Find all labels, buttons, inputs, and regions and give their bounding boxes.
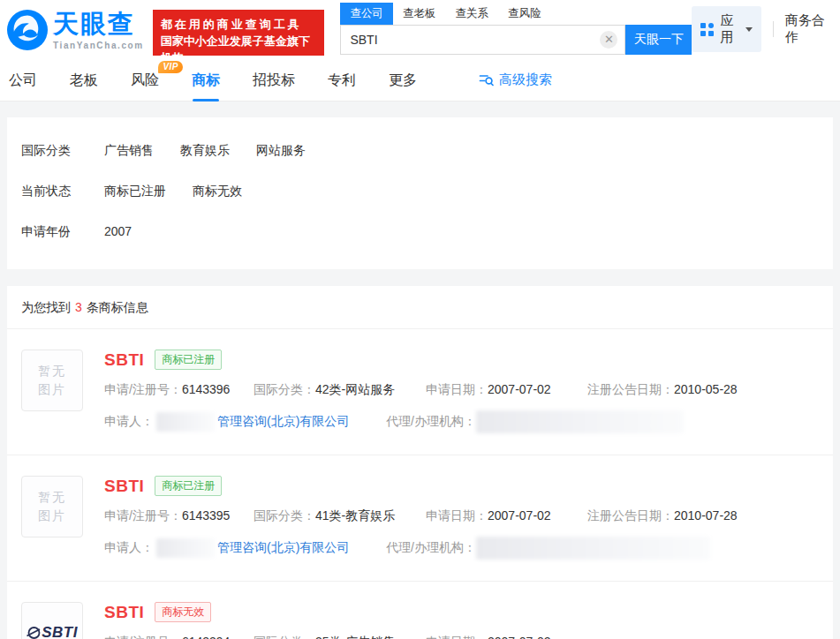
filter-option[interactable]: 商标无效 [193,184,242,199]
summary-count: 3 [75,300,82,314]
sbti-logo: SBTI [26,624,78,639]
results-summary: 为您找到3条商标信息 [7,286,833,329]
nav-item-company[interactable]: 公司 [9,58,37,101]
trademark-result-row: SBTI SBTI 商标无效 申请/注册号：6143394 国际分类：35类-广… [7,582,833,639]
filter-option[interactable]: 网站服务 [256,143,306,159]
filter-label: 当前状态 [21,184,104,199]
nav-item-patent[interactable]: 专利 [328,58,356,101]
apply-date-value: 2007-07-02 [488,382,551,396]
tianyancha-eye-icon [7,10,48,58]
nav-item-risk-label: 风险 [131,72,159,87]
search-tab-boss[interactable]: 查老板 [393,3,446,25]
apply-date-value: 2007-07-02 [488,508,551,522]
reg-no-label: 申请/注册号： [104,508,182,522]
apps-grid-icon [700,23,714,36]
search-tab-relation[interactable]: 查关系 [445,3,498,25]
agency-label: 代理/办理机构： [386,540,476,556]
summary-prefix: 为您找到 [21,300,71,314]
status-badge: 商标已注册 [155,350,222,370]
trademark-result-row: 暂无图片 SBTI 商标已注册 申请/注册号：6143395 国际分类：41类-… [7,455,833,582]
filter-option[interactable]: 广告销售 [104,143,154,159]
search-tabs: 查公司 查老板 查关系 查风险 [340,3,692,25]
applicant-company-link[interactable]: 管理咨询(北京)有限公司 [217,540,349,556]
intl-class-label: 国际分类： [254,508,315,522]
status-badge: 商标已注册 [155,476,222,496]
divider [773,21,774,37]
search-button[interactable]: 天眼一下 [625,25,692,55]
intl-class-value: 35类-广告销售 [315,635,395,639]
redacted-applicant-block [156,538,215,558]
reg-no-label: 申请/注册号： [104,635,182,639]
vip-badge: VIP [158,61,183,73]
agency-label: 代理/办理机构： [386,414,476,430]
trademark-name-link[interactable]: SBTI [104,350,144,370]
trademark-image-placeholder: 暂无图片 [21,476,83,538]
trademark-name-link[interactable]: SBTI [104,603,144,622]
filter-option[interactable]: 教育娱乐 [180,143,230,159]
intl-class-label: 国际分类： [254,635,315,639]
filter-row-year: 申请年份 2007 [21,224,819,240]
filter-row-intl-class: 国际分类 广告销售 教育娱乐 网站服务 [21,143,819,159]
sbti-logo-text: SBTI [42,624,78,639]
category-nav: 公司 老板 风险 VIP 商标 招投标 专利 更多 高级搜索 [0,58,840,101]
filter-row-status: 当前状态 商标已注册 商标无效 [21,184,819,199]
chevron-down-icon [745,27,753,32]
apps-label: 应用 [720,12,738,46]
promo-banner-line1: 都在用的商业查询工具 [161,16,317,33]
redacted-agency-block [476,537,710,560]
filter-option[interactable]: 2007 [104,224,132,240]
apply-date-label: 申请日期： [426,508,488,522]
logo-title: 天眼查 [53,10,144,38]
logo-domain: TianYanCha.com [53,41,144,50]
applicant-label: 申请人： [104,414,154,430]
filter-label: 国际分类 [21,143,104,159]
search-tab-company[interactable]: 查公司 [340,3,393,25]
nav-item-trademark[interactable]: 商标 [192,58,220,101]
summary-suffix: 条商标信息 [87,300,148,314]
filter-label: 申请年份 [21,224,104,240]
announce-date-label: 注册公告日期： [587,382,674,396]
announce-date-value: 2010-07-28 [674,508,738,522]
filter-option[interactable]: 商标已注册 [104,184,166,199]
advanced-search-button[interactable]: 高级搜索 [479,71,552,88]
search-area: 查公司 查老板 查关系 查风险 ✕ 天眼一下 [340,3,692,58]
header-right: 应用 商务合作 [692,0,833,58]
reg-no-label: 申请/注册号： [104,382,182,396]
search-tab-risk[interactable]: 查风险 [498,3,551,25]
intl-class-value: 42类-网站服务 [315,382,395,396]
business-cooperation-link[interactable]: 商务合作 [785,12,831,46]
results-panel: 为您找到3条商标信息 暂无图片 SBTI 商标已注册 申请/注册号：614339… [7,286,833,639]
redacted-agency-block [476,410,684,433]
tianyancha-logo[interactable]: 天眼查 TianYanCha.com [7,10,144,58]
header: 天眼查 TianYanCha.com 都在用的商业查询工具 国家中小企业发展子基… [0,0,840,58]
announce-date-value: 2010-05-28 [674,382,738,396]
applicant-company-link[interactable]: 管理咨询(北京)有限公司 [217,414,349,430]
trademark-image-placeholder: 暂无图片 [21,350,83,411]
status-badge: 商标无效 [155,602,211,622]
apps-menu-button[interactable]: 应用 [692,6,761,52]
redacted-applicant-block [156,412,215,432]
no-image-text: 暂无图片 [37,488,67,525]
intl-class-label: 国际分类： [254,382,315,396]
reg-no-value: 6143394 [182,635,231,639]
intl-class-value: 41类-教育娱乐 [315,508,395,522]
nav-item-boss[interactable]: 老板 [70,58,98,101]
circle-slash-icon [26,626,41,639]
nav-item-bidding[interactable]: 招投标 [253,58,295,101]
announce-date-label: 注册公告日期： [587,508,674,522]
trademark-logo-image: SBTI [21,602,83,639]
nav-item-more[interactable]: 更多 [389,58,417,101]
trademark-name-link[interactable]: SBTI [104,477,144,496]
applicant-label: 申请人： [104,540,154,556]
search-input[interactable] [341,26,624,54]
apply-date-label: 申请日期： [426,635,488,639]
promo-banner: 都在用的商业查询工具 国家中小企业发展子基金旗下机构 [153,10,325,56]
advanced-search-label: 高级搜索 [499,71,552,88]
apply-date-label: 申请日期： [426,382,488,396]
trademark-result-row: 暂无图片 SBTI 商标已注册 申请/注册号：6143396 国际分类：42类-… [7,329,833,455]
filter-panel: 国际分类 广告销售 教育娱乐 网站服务 当前状态 商标已注册 商标无效 申请年份… [7,117,833,269]
no-image-text: 暂无图片 [37,362,67,399]
nav-item-risk[interactable]: 风险 VIP [131,58,159,101]
reg-no-value: 6143396 [182,382,231,396]
advanced-search-icon [479,73,494,86]
